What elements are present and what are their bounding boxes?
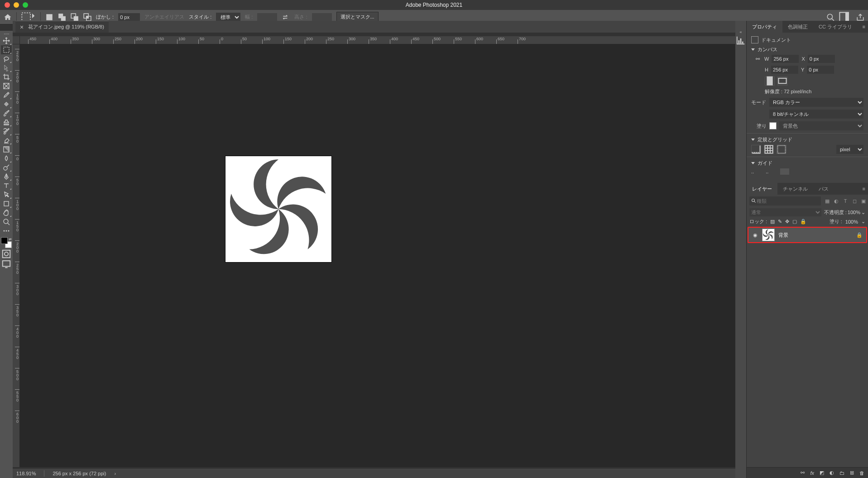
lock-all-icon[interactable]: 🔒 xyxy=(800,219,806,225)
panel-menu-icon[interactable]: ≡ xyxy=(863,186,865,191)
unit-select[interactable]: pixel xyxy=(836,145,863,154)
style-select[interactable]: 標準 xyxy=(216,13,240,22)
tool-preset-icon[interactable] xyxy=(21,13,36,21)
blur-tool[interactable] xyxy=(1,154,12,163)
link-wh-icon[interactable]: ⚯ xyxy=(756,56,760,62)
home-button[interactable] xyxy=(4,13,12,21)
tab-cc-lib[interactable]: CC ライブラリ xyxy=(813,21,858,33)
quick-mask-button[interactable] xyxy=(1,250,11,258)
minimize-window-button[interactable] xyxy=(14,2,19,8)
search-icon[interactable] xyxy=(826,13,834,21)
portrait-orient-button[interactable] xyxy=(765,76,775,86)
subtract-selection-icon[interactable] xyxy=(71,13,79,21)
layer-name[interactable]: 背景 xyxy=(778,232,853,239)
frame-tool[interactable] xyxy=(1,81,12,91)
histogram-panel-icon[interactable] xyxy=(736,35,746,45)
brush-tool[interactable] xyxy=(1,109,12,118)
filter-pixel-icon[interactable]: ▦ xyxy=(824,197,831,205)
marquee-tool[interactable] xyxy=(1,45,12,54)
document-tab[interactable]: × 花アイコン.jpeg @ 119% (RGB/8) xyxy=(15,21,109,33)
maximize-window-button[interactable] xyxy=(23,2,28,8)
ruler-grid-section-label[interactable]: 定規とグリッド xyxy=(751,136,863,143)
depth-select[interactable]: 8 bit/チャンネル xyxy=(769,110,863,119)
lock-paint-icon[interactable]: ✎ xyxy=(778,219,782,225)
swap-colors-icon[interactable]: ⇄ xyxy=(9,237,12,241)
canvas-area[interactable] xyxy=(20,44,735,467)
add-selection-icon[interactable] xyxy=(58,13,66,21)
zoom-tool[interactable] xyxy=(1,217,12,226)
status-menu-icon[interactable]: › xyxy=(114,471,116,476)
path-select-tool[interactable] xyxy=(1,190,12,199)
type-tool[interactable] xyxy=(1,181,12,190)
adjustment-layer-icon[interactable]: ◐ xyxy=(830,470,834,476)
eraser-tool[interactable] xyxy=(1,136,12,145)
foreground-swatch[interactable] xyxy=(1,237,8,244)
width-field[interactable] xyxy=(772,55,799,63)
ruler-origin[interactable] xyxy=(13,36,20,44)
layer-thumbnail[interactable] xyxy=(762,229,775,241)
screen-mode-button[interactable] xyxy=(1,260,11,268)
group-layers-icon[interactable]: 🗀 xyxy=(839,470,844,476)
close-window-button[interactable] xyxy=(5,2,10,8)
lock-transparent-icon[interactable]: ▨ xyxy=(770,219,775,225)
document-canvas[interactable] xyxy=(225,156,331,262)
landscape-orient-button[interactable] xyxy=(777,76,787,86)
stamp-tool[interactable] xyxy=(1,118,12,127)
move-tool[interactable] xyxy=(1,36,12,45)
tab-layers[interactable]: レイヤー xyxy=(747,183,777,195)
tab-paths[interactable]: パス xyxy=(813,183,834,195)
pen-tool[interactable] xyxy=(1,172,12,181)
filter-type-icon[interactable]: T xyxy=(842,197,849,205)
color-swatches[interactable]: ⇄ xyxy=(1,237,12,248)
layer-row-background[interactable]: ◉ 背景 🔒 xyxy=(748,227,867,243)
close-tab-icon[interactable]: × xyxy=(20,24,24,31)
guide-color[interactable] xyxy=(780,168,789,175)
pixel-grid-button[interactable] xyxy=(777,145,786,154)
hand-tool[interactable] xyxy=(1,208,12,217)
gradient-tool[interactable] xyxy=(1,145,12,154)
eyedropper-tool[interactable] xyxy=(1,91,12,100)
layer-filter-search[interactable] xyxy=(749,196,821,206)
guides-section-label[interactable]: ガイド xyxy=(751,160,863,167)
history-brush-tool[interactable] xyxy=(1,127,12,136)
quick-select-tool[interactable] xyxy=(1,63,12,72)
lock-position-icon[interactable]: ✥ xyxy=(785,219,789,225)
canvas-section-label[interactable]: カンバス xyxy=(751,46,863,53)
delete-layer-icon[interactable]: 🗑 xyxy=(859,470,864,476)
tab-channels[interactable]: チャンネル xyxy=(777,183,813,195)
tab-properties[interactable]: プロパティ xyxy=(747,21,782,33)
lock-artboard-icon[interactable]: ▢ xyxy=(792,219,797,225)
mode-select[interactable]: RGB カラー xyxy=(769,98,863,107)
fill-swatch[interactable] xyxy=(769,122,777,129)
healing-tool[interactable] xyxy=(1,100,12,109)
dodge-tool[interactable] xyxy=(1,163,12,172)
panel-grip[interactable] xyxy=(0,32,13,36)
panel-menu-icon[interactable]: ≡ xyxy=(863,24,865,29)
horizontal-ruler[interactable]: 4504003503002502001501005005010015020025… xyxy=(20,36,735,44)
shape-tool[interactable] xyxy=(1,199,12,208)
grid-toggle-button[interactable] xyxy=(764,145,774,154)
zoom-level[interactable]: 118.91% xyxy=(16,471,36,476)
visibility-toggle-icon[interactable]: ◉ xyxy=(752,232,758,238)
link-layers-icon[interactable]: ⚯ xyxy=(801,470,805,476)
ruler-toggle-button[interactable] xyxy=(751,145,761,154)
layer-mask-icon[interactable]: ◩ xyxy=(820,470,824,476)
lasso-tool[interactable] xyxy=(1,54,12,63)
layer-fx-icon[interactable]: fx xyxy=(810,470,814,476)
new-layer-icon[interactable]: ⊞ xyxy=(850,470,854,476)
filter-adjust-icon[interactable]: ◐ xyxy=(833,197,840,205)
intersect-selection-icon[interactable] xyxy=(83,13,91,21)
filter-smart-icon[interactable]: ▣ xyxy=(860,197,867,205)
height-field[interactable] xyxy=(771,66,798,74)
feather-input[interactable] xyxy=(118,13,140,21)
layer-lock-icon[interactable]: 🔒 xyxy=(856,232,863,238)
tab-adjust[interactable]: 色調補正 xyxy=(782,21,813,33)
expand-dock-icon[interactable]: « xyxy=(739,30,742,34)
crop-tool[interactable] xyxy=(1,72,12,81)
swap-wh-icon[interactable] xyxy=(282,13,290,21)
share-icon[interactable] xyxy=(856,13,864,21)
vertical-ruler[interactable]: 2502001501005005010015020025030035040045… xyxy=(13,44,20,467)
filter-shape-icon[interactable]: ◻ xyxy=(851,197,858,205)
new-selection-icon[interactable] xyxy=(45,13,53,21)
edit-toolbar-button[interactable] xyxy=(1,226,12,235)
